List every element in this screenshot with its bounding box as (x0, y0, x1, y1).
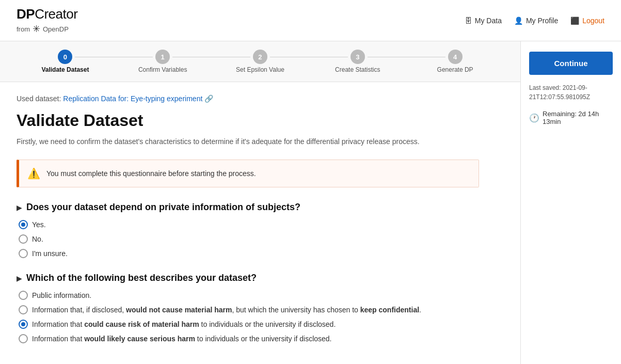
question-2-title: Which of the following best describes yo… (26, 273, 257, 283)
last-saved-label: Last saved: (529, 84, 561, 91)
step-circle-3: 3 (351, 50, 365, 64)
stepper: 0 Validate Dataset 1 Confirm Variables 2… (0, 41, 520, 82)
question-2-radio-group: Public information. Information that, if… (17, 291, 479, 343)
question-1-option-unsure[interactable]: I'm unsure. (19, 249, 479, 258)
page-title: Validate Dataset (17, 111, 479, 130)
radio-no-harm-label: Information that, if disclosed, would no… (32, 306, 421, 314)
step-circle-2: 2 (253, 50, 267, 64)
logo-opendp-text: OpenDP (43, 25, 69, 33)
logo-area: DPCreator from ✳ OpenDP (17, 6, 77, 35)
step-label-2: Set Epsilon Value (236, 66, 284, 73)
logo-title: DPCreator (17, 6, 77, 22)
logo-creator: Creator (35, 6, 77, 22)
dataset-link-text: Replication Data for: Eye-typing experim… (63, 94, 202, 103)
my-profile-label: My Profile (526, 17, 558, 25)
radio-material-harm-circle (19, 320, 28, 329)
logout-label: Logout (582, 17, 604, 25)
radio-public-circle (19, 291, 28, 300)
logo-from-text: from (17, 25, 30, 33)
radio-serious-harm-label: Information that would likely cause seri… (32, 335, 332, 343)
radio-public-label: Public information. (32, 291, 91, 299)
dataset-link-line: Used dataset: Replication Data for: Eye-… (17, 94, 479, 103)
opendp-star-icon: ✳ (33, 23, 40, 35)
radio-unsure-circle (19, 249, 28, 258)
question-1-section: ▶ Does your dataset depend on private in… (17, 202, 479, 258)
step-3[interactable]: 3 Create Statistics (309, 50, 406, 73)
question-2-option-serious-harm[interactable]: Information that would likely cause seri… (19, 334, 479, 343)
header: DPCreator from ✳ OpenDP 🗄 My Data 👤 My P… (0, 0, 621, 41)
warning-text: You must complete this questionnaire bef… (46, 169, 256, 178)
remaining-info: 🕐 Remaining: 2d 14h 13min (529, 110, 613, 125)
remaining-label: Remaining: 2d 14h 13min (543, 110, 613, 125)
step-circle-4: 4 (448, 50, 463, 64)
question-1-arrow-icon: ▶ (17, 203, 22, 212)
logo-dp: DP (17, 6, 35, 22)
radio-unsure-label: I'm unsure. (32, 249, 68, 258)
content-area: 0 Validate Dataset 1 Confirm Variables 2… (0, 41, 520, 364)
my-data-label: My Data (475, 17, 502, 25)
radio-no-label: No. (32, 235, 43, 243)
step-1[interactable]: 1 Confirm Variables (114, 50, 212, 73)
radio-no-circle (19, 234, 28, 244)
step-label-3: Create Statistics (335, 66, 380, 73)
radio-material-harm-label: Information that could cause risk of mat… (32, 320, 336, 328)
radio-yes-label: Yes. (32, 220, 46, 229)
step-label-0: Validate Dataset (41, 66, 89, 73)
step-4[interactable]: 4 Generate DP (406, 50, 504, 73)
question-2-header[interactable]: ▶ Which of the following best describes … (17, 273, 479, 283)
database-icon: 🗄 (465, 17, 472, 25)
question-1-option-no[interactable]: No. (19, 234, 479, 244)
step-2[interactable]: 2 Set Epsilon Value (212, 50, 309, 73)
warning-icon: ⚠️ (27, 167, 40, 180)
saved-info: Last saved: 2021-09-21T12:07:55.981095Z (529, 83, 613, 102)
question-2-option-public[interactable]: Public information. (19, 291, 479, 300)
radio-yes-circle (19, 220, 28, 229)
question-2-arrow-icon: ▶ (17, 274, 22, 282)
logout-icon: ⬛ (570, 17, 579, 25)
page-content: Used dataset: Replication Data for: Eye-… (0, 82, 496, 364)
question-1-option-yes[interactable]: Yes. (19, 220, 479, 229)
sidebar: Continue Last saved: 2021-09-21T12:07:55… (520, 41, 621, 364)
step-0[interactable]: 0 Validate Dataset (17, 50, 114, 73)
dataset-link[interactable]: Replication Data for: Eye-typing experim… (63, 94, 213, 103)
page-description: Firstly, we need to confirm the dataset'… (17, 136, 479, 147)
question-1-radio-group: Yes. No. I'm unsure. (17, 220, 479, 258)
step-circle-1: 1 (155, 50, 170, 64)
question-2-section: ▶ Which of the following best describes … (17, 273, 479, 343)
step-label-4: Generate DP (437, 66, 473, 73)
my-data-link[interactable]: 🗄 My Data (465, 17, 502, 25)
radio-serious-harm-circle (19, 334, 28, 343)
logout-link[interactable]: ⬛ Logout (570, 17, 604, 25)
step-circle-0: 0 (58, 50, 72, 64)
question-2-option-no-harm[interactable]: Information that, if disclosed, would no… (19, 305, 479, 314)
question-1-title: Does your dataset depend on private info… (26, 202, 300, 213)
continue-button[interactable]: Continue (529, 52, 613, 75)
radio-no-harm-circle (19, 305, 28, 314)
profile-icon: 👤 (514, 17, 523, 25)
step-label-1: Confirm Variables (138, 66, 187, 73)
main-layout: 0 Validate Dataset 1 Confirm Variables 2… (0, 41, 621, 364)
clock-icon: 🕐 (529, 113, 539, 123)
question-2-option-material-harm[interactable]: Information that could cause risk of mat… (19, 320, 479, 329)
warning-box: ⚠️ You must complete this questionnaire … (17, 160, 479, 187)
my-profile-link[interactable]: 👤 My Profile (514, 17, 558, 25)
logo-sub: from ✳ OpenDP (17, 23, 77, 35)
nav-links: 🗄 My Data 👤 My Profile ⬛ Logout (465, 17, 604, 25)
dataset-label: Used dataset: (17, 94, 61, 103)
question-1-header[interactable]: ▶ Does your dataset depend on private in… (17, 202, 479, 213)
